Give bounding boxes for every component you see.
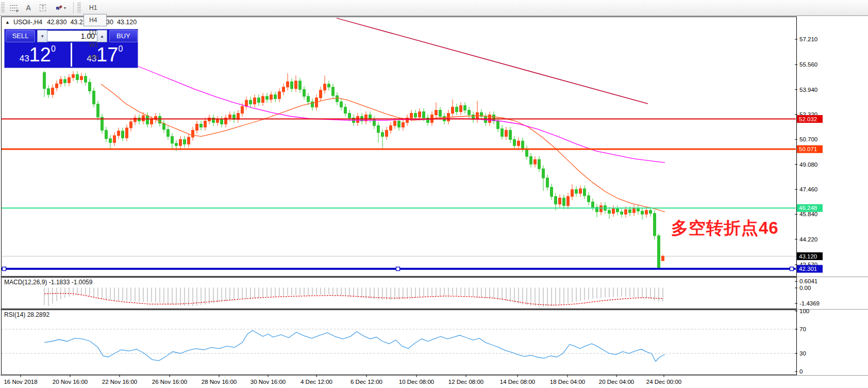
- sell-price-sup: 0: [51, 44, 56, 54]
- macd-label: MACD(12,26,9) -1.1833 -1.0059: [4, 279, 92, 286]
- macd-pane[interactable]: [44, 288, 663, 307]
- candle-body: [221, 120, 223, 124]
- candle-body: [377, 125, 380, 132]
- timeframe-button-h4[interactable]: H4: [84, 14, 107, 26]
- candle-body: [274, 95, 277, 99]
- candle-body: [654, 214, 656, 236]
- toolbar-drag-handle[interactable]: [1, 3, 5, 13]
- candle-body: [105, 130, 108, 138]
- timeframe-button-h1[interactable]: H1: [84, 2, 107, 14]
- volume-decrease-button[interactable]: ▼: [37, 30, 47, 42]
- axis-label: 6 Dec 12:00: [350, 379, 382, 385]
- timeframe-drag-handle[interactable]: [77, 3, 81, 13]
- symbol-name: USOil-,H4: [13, 19, 42, 26]
- candle-body: [439, 110, 442, 117]
- candle-body: [600, 206, 603, 212]
- candle-body: [641, 211, 644, 214]
- horizontal-lines[interactable]: [2, 119, 796, 271]
- axis-label: 43.120: [799, 253, 817, 260]
- candle-body: [151, 120, 153, 124]
- candle-body: [278, 92, 281, 99]
- line-handle[interactable]: [3, 267, 6, 271]
- axis-label: 20 Dec 04:00: [599, 379, 634, 385]
- chart-annotation-text[interactable]: 多空转折点46: [671, 217, 779, 240]
- candle-body: [555, 197, 557, 204]
- candle-body: [390, 125, 392, 130]
- sell-price[interactable]: 43 12 0: [5, 43, 71, 67]
- candle-body: [616, 209, 619, 212]
- text-label-glyph: A: [26, 4, 31, 12]
- candle-body: [175, 143, 178, 146]
- axis-label: 44.220: [799, 236, 817, 242]
- candle-body: [658, 236, 660, 269]
- axis-label: 12 Dec 08:00: [448, 379, 483, 385]
- timeframe-button-mn[interactable]: MN: [84, 51, 107, 63]
- axis-label: 100: [799, 308, 809, 314]
- arrows-icon[interactable]: ▼: [51, 2, 70, 14]
- candle-body: [419, 112, 421, 117]
- candle-body: [167, 130, 170, 136]
- axis-label: 47.460: [799, 186, 817, 192]
- candle-body: [423, 112, 425, 118]
- candle-body: [328, 84, 330, 87]
- sell-button[interactable]: SELL: [6, 30, 35, 42]
- candle-body: [287, 82, 289, 87]
- candle-body: [509, 130, 512, 139]
- candle-body: [336, 95, 339, 102]
- candle-body: [266, 96, 269, 100]
- candle-body: [588, 196, 590, 202]
- candle-body: [575, 189, 578, 193]
- candle-body: [291, 82, 293, 88]
- fibonacci-icon[interactable]: F: [7, 2, 21, 14]
- one-click-trade-panel: SELL ▼ ▲ BUY 43 12 0 43 17 0: [4, 29, 138, 68]
- candle-body: [530, 156, 532, 164]
- toolbar: F A T ▼ M1M5M15M30H1H4D1W1MN: [0, 0, 868, 16]
- trade-panel-top-row: SELL ▼ ▲ BUY: [5, 29, 138, 43]
- candle-body: [518, 141, 520, 146]
- candle-body: [295, 81, 297, 89]
- text-label-icon[interactable]: A: [22, 2, 35, 14]
- time-axis[interactable]: 16 Nov 201820 Nov 16:0022 Nov 16:0026 No…: [4, 375, 681, 385]
- candle-body: [394, 121, 396, 126]
- candle-body: [56, 84, 58, 88]
- line-handle[interactable]: [790, 267, 794, 271]
- collapse-arrow-icon[interactable]: ▲: [5, 20, 10, 25]
- candle-body: [571, 189, 574, 196]
- candle-body: [52, 88, 54, 94]
- buy-price-sup: 0: [118, 44, 123, 54]
- axis-label: 45.840: [799, 211, 817, 217]
- line-handle[interactable]: [396, 267, 400, 271]
- timeframe-button-w1[interactable]: W1: [84, 39, 107, 51]
- rsi-pane[interactable]: [2, 329, 796, 361]
- symbol-header: ▲ USOil-,H4 42.830 43.220 42.830 43.120: [5, 19, 137, 26]
- candle-body: [249, 100, 252, 104]
- candle-body: [538, 159, 541, 169]
- axis-label: 30: [799, 350, 806, 357]
- buy-button[interactable]: BUY: [109, 30, 138, 42]
- ma-slow-line: [138, 67, 665, 163]
- candle-body: [386, 130, 388, 136]
- candle-body: [608, 211, 611, 214]
- candle-body: [452, 107, 454, 114]
- axis-label: 28 Nov 16:00: [202, 379, 237, 385]
- candle-body: [76, 74, 79, 79]
- candle-body: [501, 128, 504, 136]
- candle-body: [464, 106, 466, 110]
- axis-label: 49.080: [799, 161, 817, 168]
- candle-body: [340, 102, 343, 107]
- candle-body: [142, 116, 145, 121]
- candle-body: [200, 124, 203, 127]
- candle-body: [579, 189, 582, 193]
- axis-label: 52.032: [799, 116, 817, 122]
- timeframe-button-d1[interactable]: D1: [84, 26, 107, 39]
- text-box-icon[interactable]: T: [36, 2, 49, 14]
- sell-price-big: 12: [29, 44, 51, 65]
- text-box-glyph: T: [40, 4, 46, 11]
- candle-body: [381, 133, 384, 136]
- chevron-down-icon[interactable]: ▼: [63, 6, 67, 10]
- candle-body: [546, 178, 549, 187]
- candle-body: [229, 115, 231, 118]
- trendline[interactable]: [337, 18, 648, 104]
- candle-body: [550, 187, 553, 197]
- candle-body: [460, 106, 462, 112]
